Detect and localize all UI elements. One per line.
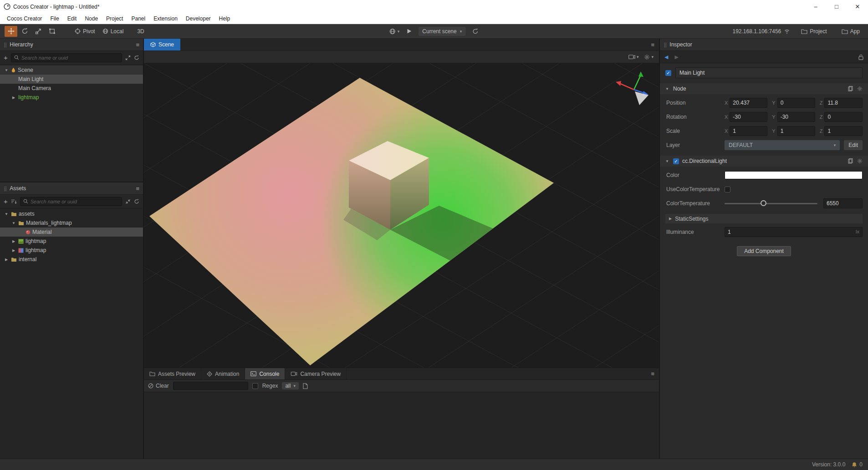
position-y-input[interactable]: [777, 98, 815, 108]
asset-row-lightmap-1[interactable]: ▶ lightmap: [0, 237, 143, 246]
hierarchy-node-scene[interactable]: ▼ Scene: [0, 66, 143, 75]
position-x-input[interactable]: [730, 98, 767, 108]
illuminance-input[interactable]: [725, 227, 863, 237]
play-button[interactable]: [406, 28, 412, 34]
history-back-button[interactable]: ◀: [664, 54, 668, 60]
layer-dropdown[interactable]: DEFAULT ▾: [725, 140, 840, 150]
add-node-button[interactable]: +: [4, 54, 8, 61]
menu-panel[interactable]: Panel: [127, 13, 149, 24]
history-forward-button[interactable]: ▶: [674, 54, 678, 60]
menu-extension[interactable]: Extension: [149, 13, 182, 24]
layer-edit-button[interactable]: Edit: [844, 140, 863, 150]
asset-row-assets[interactable]: ▼ assets: [0, 209, 143, 218]
minimize-button[interactable]: –: [805, 0, 826, 13]
node-name-input[interactable]: [675, 67, 863, 78]
hierarchy-node-main-camera[interactable]: Main Camera: [0, 84, 143, 93]
tab-animation[interactable]: Animation: [201, 368, 245, 379]
component-settings-icon[interactable]: [857, 158, 863, 164]
tab-console[interactable]: Console: [245, 368, 285, 379]
preview-address[interactable]: 192.168.1.106:7456: [733, 28, 791, 35]
refresh-scene-button[interactable]: [472, 28, 479, 35]
scale-x-input[interactable]: [730, 126, 767, 136]
refresh-assets-button[interactable]: [134, 199, 139, 204]
scale-y-input[interactable]: [777, 126, 815, 136]
rotation-z-input[interactable]: [824, 112, 863, 122]
scene-panel-menu-icon[interactable]: ≡: [651, 41, 659, 48]
open-app-button[interactable]: App: [838, 26, 863, 37]
expand-arrow-icon[interactable]: ▶: [11, 239, 16, 243]
use-color-temperature-checkbox[interactable]: [725, 187, 730, 192]
asset-row-lightmap-2[interactable]: ▶ lightmap: [0, 246, 143, 255]
position-z-input[interactable]: [824, 98, 863, 108]
collapse-all-button[interactable]: [125, 199, 131, 204]
node-active-checkbox[interactable]: ✓: [665, 70, 671, 76]
expand-arrow-icon[interactable]: ▶: [11, 248, 16, 253]
hierarchy-node-main-light[interactable]: Main Light: [0, 75, 143, 84]
scale-z-input[interactable]: [824, 126, 863, 136]
console-clear-button[interactable]: Clear: [148, 383, 169, 389]
expand-all-button[interactable]: [125, 55, 131, 61]
assets-menu-icon[interactable]: ≡: [136, 185, 139, 192]
hierarchy-menu-icon[interactable]: ≡: [136, 41, 139, 48]
menu-project[interactable]: Project: [102, 13, 127, 24]
console-panel-menu-icon[interactable]: ≡: [651, 368, 659, 379]
menu-edit[interactable]: Edit: [63, 13, 81, 24]
drag-handle-icon[interactable]: ⣿: [4, 186, 6, 191]
rotation-x-input[interactable]: [730, 112, 767, 122]
open-project-button[interactable]: Project: [797, 26, 830, 37]
open-log-file-button[interactable]: [303, 383, 308, 389]
drag-handle-icon[interactable]: ⣿: [664, 42, 666, 47]
tab-assets-preview[interactable]: Assets Preview: [144, 368, 201, 379]
light-section-header[interactable]: ▼ ✓ cc.DirectionalLight: [660, 156, 868, 167]
light-enabled-checkbox[interactable]: ✓: [673, 158, 679, 164]
paste-component-icon[interactable]: [848, 158, 853, 164]
menu-help[interactable]: Help: [215, 13, 235, 24]
lock-inspector-button[interactable]: [858, 54, 863, 60]
expand-arrow-icon[interactable]: ▼: [4, 68, 9, 72]
log-level-dropdown[interactable]: all ▾: [282, 382, 299, 389]
notifications[interactable]: 0: [852, 461, 863, 468]
assets-search-input[interactable]: [31, 199, 119, 204]
sort-assets-button[interactable]: [11, 199, 17, 204]
static-settings-header[interactable]: ▶ StaticSettings: [665, 214, 863, 223]
menu-node[interactable]: Node: [81, 13, 102, 24]
console-output[interactable]: [144, 392, 659, 459]
color-temperature-input[interactable]: [823, 198, 863, 208]
scene-viewport[interactable]: [144, 63, 659, 368]
local-button[interactable]: Local: [99, 26, 128, 37]
preview-target-dropdown[interactable]: ▾: [389, 28, 400, 35]
slider-knob[interactable]: [761, 200, 766, 206]
refresh-hierarchy-button[interactable]: [134, 55, 139, 61]
add-component-button[interactable]: Add Component: [737, 246, 791, 256]
menu-developer[interactable]: Developer: [182, 13, 215, 24]
asset-row-internal[interactable]: ▶ internal: [0, 255, 143, 264]
menu-file[interactable]: File: [46, 13, 63, 24]
expand-arrow-icon[interactable]: ▶: [11, 96, 16, 100]
expand-arrow-icon[interactable]: ▶: [4, 258, 9, 262]
current-scene-dropdown[interactable]: Current scene ▾: [418, 27, 466, 36]
color-temperature-slider[interactable]: [725, 198, 817, 208]
rect-tool-button[interactable]: [46, 26, 58, 37]
menu-cocos-creator[interactable]: Cocos Creator: [3, 13, 46, 24]
expand-arrow-icon[interactable]: ▼: [4, 212, 9, 216]
add-asset-button[interactable]: +: [4, 197, 8, 205]
tab-scene[interactable]: Scene: [144, 39, 180, 51]
maximize-button[interactable]: □: [826, 0, 847, 13]
node-settings-icon[interactable]: [857, 86, 863, 91]
asset-row-material[interactable]: Material: [0, 227, 143, 237]
close-button[interactable]: ✕: [847, 0, 868, 13]
rotation-y-input[interactable]: [777, 112, 815, 122]
hierarchy-node-lightmap[interactable]: ▶ lightmap: [0, 93, 143, 102]
hierarchy-search-input[interactable]: [21, 55, 119, 61]
node-section-header[interactable]: ▼ Node: [660, 83, 868, 94]
expand-arrow-icon[interactable]: ▼: [11, 221, 16, 225]
color-swatch[interactable]: [725, 171, 863, 179]
move-tool-button[interactable]: [5, 26, 17, 37]
tab-camera-preview[interactable]: Camera Preview: [285, 368, 347, 379]
asset-row-materials-lightmap[interactable]: ▼ Materials_lightmap: [0, 218, 143, 227]
mode-3d-button[interactable]: 3D: [133, 26, 148, 37]
paste-component-icon[interactable]: [848, 86, 853, 91]
drag-handle-icon[interactable]: ⣿: [4, 42, 6, 47]
camera-settings-dropdown[interactable]: ▾: [628, 54, 639, 60]
console-filter-input[interactable]: [173, 382, 248, 390]
